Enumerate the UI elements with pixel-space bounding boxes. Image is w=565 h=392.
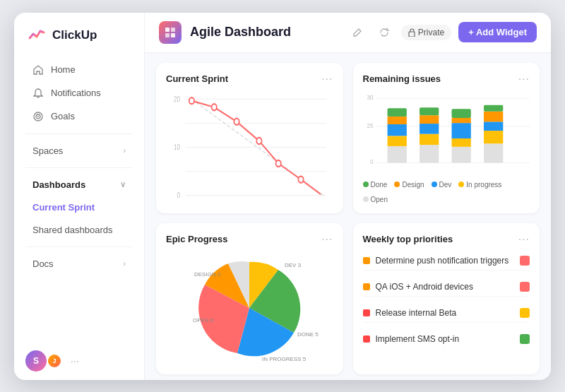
current-sprint-header: Current Sprint ··· (166, 73, 333, 85)
chevron-down-icon: ∨ (120, 180, 126, 189)
app-window: ClickUp Home Notifications Goals (14, 13, 551, 380)
svg-point-18 (212, 104, 217, 110)
sidebar-item-spaces[interactable]: Spaces › (20, 140, 138, 162)
sidebar-item-home[interactable]: Home (20, 59, 138, 81)
private-label: Private (418, 28, 444, 37)
svg-rect-40 (451, 138, 470, 146)
svg-rect-48 (484, 105, 503, 111)
legend-inprogress: In progress (458, 181, 501, 189)
remaining-issues-title: Remaining issues (363, 73, 441, 84)
sidebar-item-goals-label: Goals (51, 111, 75, 121)
priority-dot-3 (363, 309, 370, 316)
svg-rect-3 (165, 28, 170, 32)
avatar-secondary[interactable]: J (47, 353, 62, 369)
svg-point-20 (256, 137, 261, 143)
current-sprint-title: Current Sprint (166, 73, 228, 84)
add-widget-button[interactable]: + Add Widget (458, 22, 537, 42)
svg-text:25: 25 (367, 122, 374, 129)
sidebar-item-shared-dashboards[interactable]: Shared dashboards (20, 219, 138, 241)
legend-open-label: Open (371, 196, 388, 203)
private-badge[interactable]: Private (401, 25, 451, 40)
remaining-issues-header: Remaining issues ··· (363, 73, 530, 85)
pie-chart-svg: DEV 3 DONE 5 IN PROGRESS 5 OPEN 6 DESIGN… (179, 251, 320, 364)
sidebar-item-current-sprint-label: Current Sprint (32, 202, 95, 213)
divider-1 (25, 133, 133, 134)
priority-flag-4 (520, 334, 530, 344)
svg-rect-37 (420, 115, 439, 124)
svg-rect-47 (484, 111, 503, 121)
page-title: Agile Dashboard (190, 25, 339, 40)
remaining-issues-menu[interactable]: ··· (518, 73, 530, 85)
svg-rect-29 (387, 145, 406, 162)
avatar-primary[interactable]: S (25, 350, 47, 372)
legend-inprogress-dot (458, 182, 464, 187)
legend-dev: Dev (432, 181, 452, 189)
priority-text-4: Implement SMS opt-in (376, 334, 515, 344)
chevron-right-docs-icon: › (123, 259, 126, 268)
chevron-right-icon: › (123, 146, 126, 155)
divider-3 (25, 247, 133, 247)
current-sprint-menu[interactable]: ··· (321, 73, 333, 85)
sidebar-item-docs-label: Docs (32, 259, 54, 269)
svg-rect-7 (409, 32, 415, 37)
svg-rect-45 (484, 131, 503, 143)
svg-text:IN PROGRESS 5: IN PROGRESS 5 (262, 356, 307, 362)
bar-chart-svg: 30 25 0 (363, 91, 530, 177)
divider-2 (25, 167, 133, 168)
legend-done-dot (363, 182, 369, 187)
svg-text:0: 0 (370, 159, 374, 165)
svg-point-17 (189, 97, 194, 104)
svg-rect-6 (171, 33, 175, 37)
epic-progress-menu[interactable]: ··· (321, 233, 333, 246)
priority-item-3: Release internal Beta (363, 304, 530, 323)
remaining-issues-widget: Remaining issues ··· 30 25 0 (353, 63, 540, 213)
topbar: Agile Dashboard Private + Add Widget (145, 13, 551, 53)
dashboard-grid: Current Sprint ··· 20 10 0 (145, 53, 551, 380)
legend-dev-dot (432, 182, 437, 187)
legend-design-dot (394, 182, 400, 187)
sidebar-item-home-label: Home (51, 64, 76, 75)
svg-text:DEV 3: DEV 3 (285, 262, 302, 268)
edit-button[interactable] (347, 23, 367, 42)
svg-rect-36 (420, 124, 439, 134)
svg-text:30: 30 (367, 95, 374, 101)
weekly-priorities-menu[interactable]: ··· (518, 233, 530, 246)
legend-done: Done (363, 181, 388, 189)
priority-dot-4 (363, 335, 370, 343)
priority-text-1: Determine push notification triggers (376, 256, 515, 266)
priority-text-2: QA iOS + Android devices (376, 282, 515, 292)
sidebar-item-notifications[interactable]: Notifications (20, 82, 138, 105)
svg-rect-46 (484, 121, 503, 131)
svg-rect-35 (420, 133, 439, 144)
legend-done-label: Done (371, 181, 388, 189)
svg-rect-32 (387, 117, 406, 124)
svg-rect-44 (484, 143, 503, 162)
svg-text:10: 10 (174, 143, 180, 151)
svg-text:OPEN 6: OPEN 6 (193, 317, 214, 323)
sidebar-item-dashboards-label: Dashboards (32, 179, 85, 190)
sidebar-item-notifications-label: Notifications (51, 88, 101, 98)
svg-rect-31 (387, 124, 406, 135)
sidebar-item-current-sprint[interactable]: Current Sprint (20, 196, 138, 218)
bell-icon (32, 88, 44, 99)
logo[interactable]: ClickUp (14, 13, 144, 55)
epic-progress-header: Epic Progress ··· (166, 233, 333, 246)
legend-design: Design (394, 181, 424, 189)
sidebar-item-goals[interactable]: Goals (20, 105, 138, 128)
sidebar: ClickUp Home Notifications Goals (14, 13, 145, 380)
weekly-priorities-header: Weekly top priorities ··· (363, 233, 530, 246)
legend-inprogress-label: In progress (466, 181, 501, 189)
burndown-chart: 20 10 0 (166, 91, 333, 203)
remaining-issues-chart: 30 25 0 (363, 91, 530, 177)
svg-rect-33 (387, 108, 406, 117)
priority-item-1: Determine push notification triggers (363, 251, 530, 271)
priority-item-2: QA iOS + Android devices (363, 278, 530, 297)
refresh-button[interactable] (374, 23, 394, 42)
avatar-more[interactable]: ··· (71, 355, 79, 367)
priority-flag-2 (520, 282, 530, 292)
sidebar-item-docs[interactable]: Docs › (20, 253, 138, 275)
epic-progress-chart: DEV 3 DONE 5 IN PROGRESS 5 OPEN 6 DESIGN… (166, 251, 333, 364)
priority-flag-1 (520, 256, 530, 266)
svg-point-21 (276, 160, 281, 166)
sidebar-item-dashboards[interactable]: Dashboards ∨ (20, 174, 138, 196)
